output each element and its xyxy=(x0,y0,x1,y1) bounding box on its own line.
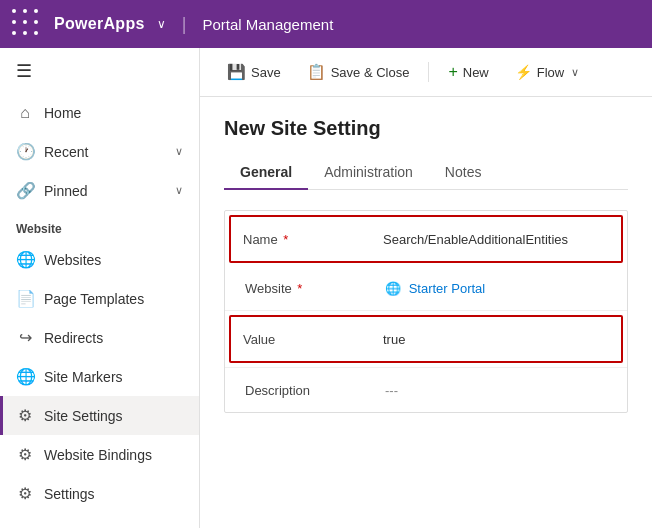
sidebar-label-website-bindings: Website Bindings xyxy=(44,447,183,463)
description-value[interactable]: --- xyxy=(385,383,607,398)
name-field-wrapper: Name * Search/EnableAdditionalEntities xyxy=(229,215,623,263)
sidebar-item-page-templates[interactable]: 📄 Page Templates xyxy=(0,279,199,318)
flow-icon: ⚡ xyxy=(515,64,532,80)
sidebar-section-website: Website xyxy=(0,210,199,240)
hamburger-icon[interactable]: ☰ xyxy=(0,48,199,94)
site-settings-icon: ⚙ xyxy=(16,406,34,425)
description-row: Description --- xyxy=(225,368,627,412)
save-icon: 💾 xyxy=(227,63,246,81)
name-value[interactable]: Search/EnableAdditionalEntities xyxy=(383,232,609,247)
save-close-label: Save & Close xyxy=(331,65,410,80)
name-label: Name * xyxy=(243,232,383,247)
websites-icon: 🌐 xyxy=(16,250,34,269)
tab-general[interactable]: General xyxy=(224,156,308,190)
website-value[interactable]: 🌐 Starter Portal xyxy=(385,281,607,296)
sidebar-item-home[interactable]: ⌂ Home xyxy=(0,94,199,132)
value-row-container: Value xyxy=(225,315,627,368)
tab-notes[interactable]: Notes xyxy=(429,156,498,190)
new-button[interactable]: + New xyxy=(437,56,499,88)
page-title: New Site Setting xyxy=(224,117,628,140)
sidebar-item-website-bindings[interactable]: ⚙ Website Bindings xyxy=(0,435,199,474)
flow-label: Flow xyxy=(537,65,564,80)
home-icon: ⌂ xyxy=(16,104,34,122)
recent-chevron-icon: ∨ xyxy=(175,145,183,158)
tab-administration[interactable]: Administration xyxy=(308,156,429,190)
value-row: Value xyxy=(231,317,621,361)
page-content: New Site Setting General Administration … xyxy=(200,97,652,528)
sidebar-item-recent[interactable]: 🕐 Recent ∨ xyxy=(0,132,199,171)
pinned-chevron-icon: ∨ xyxy=(175,184,183,197)
sidebar-label-recent: Recent xyxy=(44,144,165,160)
tab-bar: General Administration Notes xyxy=(224,156,628,190)
sidebar-item-pinned[interactable]: 🔗 Pinned ∨ xyxy=(0,171,199,210)
website-label: Website * xyxy=(245,281,385,296)
save-label: Save xyxy=(251,65,281,80)
toolbar: 💾 Save 📋 Save & Close + New ⚡ Flow ∨ xyxy=(200,48,652,97)
topbar-separator: | xyxy=(182,14,187,35)
website-row: Website * 🌐 Starter Portal xyxy=(225,267,627,311)
website-bindings-icon: ⚙ xyxy=(16,445,34,464)
sidebar-label-home: Home xyxy=(44,105,183,121)
settings-icon: ⚙ xyxy=(16,484,34,503)
sidebar-label-websites: Websites xyxy=(44,252,183,268)
globe-icon: 🌐 xyxy=(385,281,401,296)
sidebar: ☰ ⌂ Home 🕐 Recent ∨ 🔗 Pinned ∨ Website 🌐… xyxy=(0,48,200,528)
sidebar-label-settings: Settings xyxy=(44,486,183,502)
top-navigation-bar: PowerApps ∨ | Portal Management xyxy=(0,0,652,48)
sidebar-label-page-templates: Page Templates xyxy=(44,291,183,307)
sidebar-label-redirects: Redirects xyxy=(44,330,183,346)
sidebar-label-site-markers: Site Markers xyxy=(44,369,183,385)
sidebar-label-site-settings: Site Settings xyxy=(44,408,183,424)
sidebar-label-pinned: Pinned xyxy=(44,183,165,199)
new-plus-icon: + xyxy=(448,63,457,81)
save-close-icon: 📋 xyxy=(307,63,326,81)
value-label: Value xyxy=(243,332,383,347)
site-markers-icon: 🌐 xyxy=(16,367,34,386)
website-required-marker: * xyxy=(297,281,302,296)
main-layout: ☰ ⌂ Home 🕐 Recent ∨ 🔗 Pinned ∨ Website 🌐… xyxy=(0,48,652,528)
description-label: Description xyxy=(245,383,385,398)
sidebar-item-websites[interactable]: 🌐 Websites xyxy=(0,240,199,279)
redirects-icon: ↪ xyxy=(16,328,34,347)
name-required-marker: * xyxy=(283,232,288,247)
save-button[interactable]: 💾 Save xyxy=(216,56,292,88)
sidebar-item-settings[interactable]: ⚙ Settings xyxy=(0,474,199,513)
sidebar-item-site-settings[interactable]: ⚙ Site Settings xyxy=(0,396,199,435)
sidebar-item-redirects[interactable]: ↪ Redirects xyxy=(0,318,199,357)
portal-name: Portal Management xyxy=(202,16,333,33)
page-templates-icon: 📄 xyxy=(16,289,34,308)
pinned-icon: 🔗 xyxy=(16,181,34,200)
waffle-menu-icon[interactable] xyxy=(12,9,42,39)
new-label: New xyxy=(463,65,489,80)
recent-icon: 🕐 xyxy=(16,142,34,161)
app-name: PowerApps xyxy=(54,15,145,33)
value-input[interactable] xyxy=(383,332,609,347)
toolbar-separator xyxy=(428,62,429,82)
sidebar-item-site-markers[interactable]: 🌐 Site Markers xyxy=(0,357,199,396)
app-chevron-icon[interactable]: ∨ xyxy=(157,17,166,31)
content-area: 💾 Save 📋 Save & Close + New ⚡ Flow ∨ New… xyxy=(200,48,652,528)
name-row: Name * Search/EnableAdditionalEntities xyxy=(231,217,621,261)
flow-button[interactable]: ⚡ Flow ∨ xyxy=(504,57,590,87)
flow-chevron-icon: ∨ xyxy=(571,66,579,79)
save-close-button[interactable]: 📋 Save & Close xyxy=(296,56,421,88)
website-value-text: Starter Portal xyxy=(409,281,486,296)
value-field-wrapper: Value xyxy=(229,315,623,363)
form-section: Name * Search/EnableAdditionalEntities W… xyxy=(224,210,628,413)
